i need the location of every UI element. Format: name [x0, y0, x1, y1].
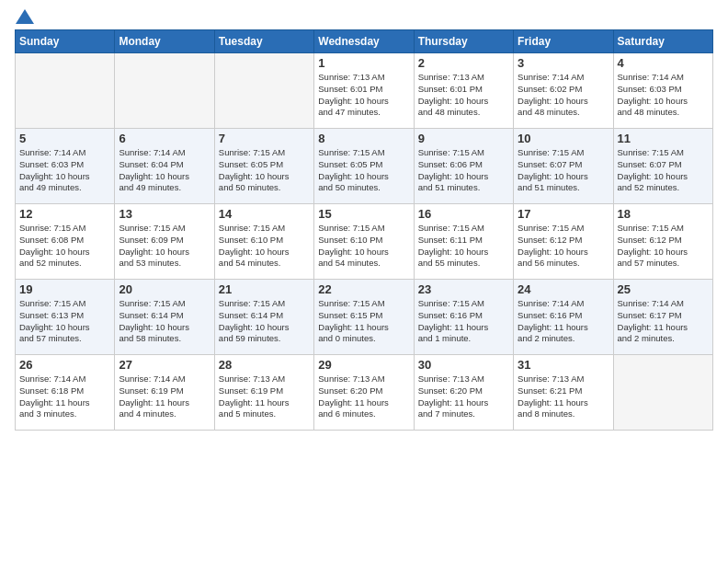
day-number: 17	[518, 207, 609, 221]
day-number: 12	[19, 207, 110, 221]
day-info: Sunrise: 7:15 AM Sunset: 6:09 PM Dayligh…	[119, 223, 210, 270]
day-info: Sunrise: 7:14 AM Sunset: 6:03 PM Dayligh…	[618, 72, 709, 119]
day-number: 2	[418, 56, 509, 70]
day-info: Sunrise: 7:15 AM Sunset: 6:13 PM Dayligh…	[19, 298, 110, 345]
calendar-cell	[214, 53, 313, 129]
calendar-cell: 1Sunrise: 7:13 AM Sunset: 6:01 PM Daylig…	[314, 53, 414, 129]
calendar-cell: 8Sunrise: 7:15 AM Sunset: 6:05 PM Daylig…	[314, 129, 414, 204]
day-number: 21	[219, 282, 310, 296]
calendar-cell: 4Sunrise: 7:14 AM Sunset: 6:03 PM Daylig…	[613, 53, 712, 129]
calendar-cell: 18Sunrise: 7:15 AM Sunset: 6:12 PM Dayli…	[613, 204, 712, 280]
day-number: 13	[119, 207, 210, 221]
calendar-cell: 11Sunrise: 7:15 AM Sunset: 6:07 PM Dayli…	[613, 129, 712, 204]
day-info: Sunrise: 7:13 AM Sunset: 6:01 PM Dayligh…	[418, 72, 509, 119]
calendar-cell	[613, 355, 712, 431]
calendar-cell: 24Sunrise: 7:14 AM Sunset: 6:16 PM Dayli…	[514, 280, 613, 355]
week-row-2: 5Sunrise: 7:14 AM Sunset: 6:03 PM Daylig…	[16, 129, 713, 204]
day-info: Sunrise: 7:13 AM Sunset: 6:20 PM Dayligh…	[318, 373, 409, 420]
day-info: Sunrise: 7:13 AM Sunset: 6:21 PM Dayligh…	[518, 373, 609, 420]
day-number: 29	[318, 358, 409, 372]
day-info: Sunrise: 7:15 AM Sunset: 6:10 PM Dayligh…	[318, 223, 409, 270]
day-number: 23	[418, 282, 509, 296]
page: SundayMondayTuesdayWednesdayThursdayFrid…	[0, 0, 728, 563]
weekday-header-saturday: Saturday	[613, 30, 712, 53]
day-number: 8	[318, 132, 409, 145]
calendar-cell: 19Sunrise: 7:15 AM Sunset: 6:13 PM Dayli…	[16, 280, 115, 355]
day-number: 15	[318, 207, 409, 221]
day-number: 18	[618, 207, 709, 221]
day-number: 28	[219, 358, 310, 372]
calendar-cell: 15Sunrise: 7:15 AM Sunset: 6:10 PM Dayli…	[314, 204, 414, 280]
day-info: Sunrise: 7:15 AM Sunset: 6:08 PM Dayligh…	[19, 223, 110, 270]
day-number: 4	[618, 56, 709, 70]
day-info: Sunrise: 7:15 AM Sunset: 6:06 PM Dayligh…	[418, 147, 509, 194]
day-info: Sunrise: 7:14 AM Sunset: 6:19 PM Dayligh…	[119, 373, 210, 420]
calendar-cell: 3Sunrise: 7:14 AM Sunset: 6:02 PM Daylig…	[514, 53, 613, 129]
day-info: Sunrise: 7:15 AM Sunset: 6:16 PM Dayligh…	[418, 298, 509, 345]
calendar-cell	[115, 53, 214, 129]
day-number: 19	[19, 282, 110, 296]
week-row-1: 1Sunrise: 7:13 AM Sunset: 6:01 PM Daylig…	[16, 53, 713, 129]
day-number: 25	[618, 282, 709, 296]
day-number: 11	[618, 132, 709, 145]
calendar-cell: 10Sunrise: 7:15 AM Sunset: 6:07 PM Dayli…	[514, 129, 613, 204]
calendar-cell: 2Sunrise: 7:13 AM Sunset: 6:01 PM Daylig…	[414, 53, 513, 129]
day-info: Sunrise: 7:15 AM Sunset: 6:12 PM Dayligh…	[618, 223, 709, 270]
day-info: Sunrise: 7:14 AM Sunset: 6:18 PM Dayligh…	[19, 373, 110, 420]
calendar-cell: 27Sunrise: 7:14 AM Sunset: 6:19 PM Dayli…	[115, 355, 214, 431]
week-row-3: 12Sunrise: 7:15 AM Sunset: 6:08 PM Dayli…	[16, 204, 713, 280]
day-number: 5	[19, 132, 110, 145]
day-number: 14	[219, 207, 310, 221]
day-number: 3	[518, 56, 609, 70]
calendar: SundayMondayTuesdayWednesdayThursdayFrid…	[15, 29, 713, 431]
calendar-cell: 22Sunrise: 7:15 AM Sunset: 6:15 PM Dayli…	[314, 280, 414, 355]
day-number: 24	[518, 282, 609, 296]
calendar-cell: 28Sunrise: 7:13 AM Sunset: 6:19 PM Dayli…	[214, 355, 313, 431]
day-number: 1	[318, 56, 409, 70]
day-info: Sunrise: 7:15 AM Sunset: 6:07 PM Dayligh…	[518, 147, 609, 194]
calendar-cell: 7Sunrise: 7:15 AM Sunset: 6:05 PM Daylig…	[214, 129, 313, 204]
week-row-5: 26Sunrise: 7:14 AM Sunset: 6:18 PM Dayli…	[16, 355, 713, 431]
day-number: 27	[119, 358, 210, 372]
calendar-cell: 30Sunrise: 7:13 AM Sunset: 6:20 PM Dayli…	[414, 355, 513, 431]
day-number: 6	[119, 132, 210, 145]
day-info: Sunrise: 7:15 AM Sunset: 6:14 PM Dayligh…	[219, 298, 310, 345]
calendar-cell: 21Sunrise: 7:15 AM Sunset: 6:14 PM Dayli…	[214, 280, 313, 355]
logo-icon	[16, 9, 34, 24]
logo	[15, 11, 34, 22]
day-number: 26	[19, 358, 110, 372]
day-info: Sunrise: 7:14 AM Sunset: 6:04 PM Dayligh…	[119, 147, 210, 194]
header	[15, 11, 713, 22]
day-info: Sunrise: 7:13 AM Sunset: 6:19 PM Dayligh…	[219, 373, 310, 420]
day-number: 30	[418, 358, 509, 372]
day-number: 16	[418, 207, 509, 221]
day-info: Sunrise: 7:15 AM Sunset: 6:05 PM Dayligh…	[219, 147, 310, 194]
weekday-header-row: SundayMondayTuesdayWednesdayThursdayFrid…	[16, 30, 713, 53]
calendar-cell: 26Sunrise: 7:14 AM Sunset: 6:18 PM Dayli…	[16, 355, 115, 431]
day-number: 9	[418, 132, 509, 145]
calendar-cell: 25Sunrise: 7:14 AM Sunset: 6:17 PM Dayli…	[613, 280, 712, 355]
day-info: Sunrise: 7:15 AM Sunset: 6:10 PM Dayligh…	[219, 223, 310, 270]
calendar-cell: 16Sunrise: 7:15 AM Sunset: 6:11 PM Dayli…	[414, 204, 513, 280]
day-number: 31	[518, 358, 609, 372]
day-info: Sunrise: 7:15 AM Sunset: 6:05 PM Dayligh…	[318, 147, 409, 194]
week-row-4: 19Sunrise: 7:15 AM Sunset: 6:13 PM Dayli…	[16, 280, 713, 355]
calendar-cell: 12Sunrise: 7:15 AM Sunset: 6:08 PM Dayli…	[16, 204, 115, 280]
calendar-cell: 23Sunrise: 7:15 AM Sunset: 6:16 PM Dayli…	[414, 280, 513, 355]
day-info: Sunrise: 7:13 AM Sunset: 6:20 PM Dayligh…	[418, 373, 509, 420]
calendar-cell: 13Sunrise: 7:15 AM Sunset: 6:09 PM Dayli…	[115, 204, 214, 280]
day-info: Sunrise: 7:15 AM Sunset: 6:12 PM Dayligh…	[518, 223, 609, 270]
day-info: Sunrise: 7:14 AM Sunset: 6:02 PM Dayligh…	[518, 72, 609, 119]
weekday-header-tuesday: Tuesday	[214, 30, 313, 53]
day-number: 10	[518, 132, 609, 145]
day-info: Sunrise: 7:15 AM Sunset: 6:15 PM Dayligh…	[318, 298, 409, 345]
calendar-cell: 17Sunrise: 7:15 AM Sunset: 6:12 PM Dayli…	[514, 204, 613, 280]
day-info: Sunrise: 7:15 AM Sunset: 6:11 PM Dayligh…	[418, 223, 509, 270]
day-number: 20	[119, 282, 210, 296]
day-number: 7	[219, 132, 310, 145]
day-info: Sunrise: 7:15 AM Sunset: 6:07 PM Dayligh…	[618, 147, 709, 194]
svg-marker-0	[16, 9, 34, 24]
calendar-cell: 9Sunrise: 7:15 AM Sunset: 6:06 PM Daylig…	[414, 129, 513, 204]
day-info: Sunrise: 7:13 AM Sunset: 6:01 PM Dayligh…	[318, 72, 409, 119]
calendar-cell: 6Sunrise: 7:14 AM Sunset: 6:04 PM Daylig…	[115, 129, 214, 204]
